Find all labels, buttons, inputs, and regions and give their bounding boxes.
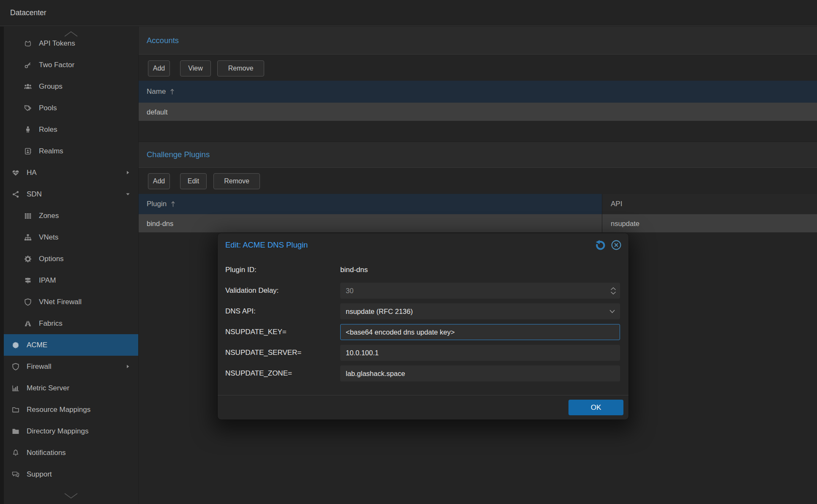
sidebar-item-firewall[interactable]: Firewall <box>4 356 138 377</box>
dialog-body: Plugin ID: bind-dns Validation Delay: 30… <box>218 255 628 381</box>
spinner-up-icon[interactable] <box>610 287 616 290</box>
nsupdate-key-field-wrap <box>340 324 620 340</box>
accounts-row-default[interactable]: default <box>139 103 817 121</box>
sidebar-item-realms[interactable]: Realms <box>4 140 138 162</box>
dns-api-value: nsupdate (RFC 2136) <box>346 308 413 316</box>
plugins-remove-button[interactable]: Remove <box>213 173 260 189</box>
sidebar-item-label: SDN <box>27 190 42 199</box>
close-circle-icon[interactable] <box>610 240 622 251</box>
sidebar-tree: API TokensTwo FactorGroupsPoolsRolesReal… <box>4 33 138 485</box>
nsupdate-server-input[interactable] <box>346 349 615 357</box>
tree-expander[interactable] <box>125 191 131 197</box>
sidebar-item-pools[interactable]: Pools <box>4 97 138 119</box>
plugins-add-button[interactable]: Add <box>148 173 170 189</box>
network-icon <box>11 191 20 198</box>
folder-solid-icon <box>11 428 20 435</box>
sidebar-item-label: Notifications <box>27 449 66 457</box>
expand-arrow-icon <box>125 364 131 369</box>
undo-icon[interactable] <box>594 240 606 251</box>
map-signs-icon <box>24 277 32 284</box>
address-book-icon <box>24 147 32 155</box>
sidebar-item-two-factor[interactable]: Two Factor <box>4 54 138 76</box>
accounts-grid-header: Name <box>139 81 817 103</box>
accounts-remove-button[interactable]: Remove <box>217 60 264 76</box>
sidebar-item-ipam[interactable]: IPAM <box>4 270 138 291</box>
sidebar-item-directory-mappings[interactable]: Directory Mappings <box>4 420 138 442</box>
chevron-down-icon[interactable] <box>609 309 615 313</box>
collapse-arrow-icon <box>125 191 131 197</box>
sort-ascending-icon <box>169 88 175 95</box>
sidebar: API TokensTwo FactorGroupsPoolsRolesReal… <box>4 27 138 504</box>
app-title: Datacenter <box>10 0 46 26</box>
sidebar-item-label: Resource Mappings <box>27 406 90 414</box>
accounts-section-header: Accounts <box>139 27 817 54</box>
gear-icon <box>24 255 32 263</box>
plugins-column-api[interactable]: API <box>602 194 817 214</box>
edit-acme-dns-plugin-dialog: Edit: ACME DNS Plugin Plugin ID: bind-dn… <box>218 233 628 420</box>
nsupdate-key-input[interactable] <box>346 328 615 336</box>
sidebar-item-label: Two Factor <box>39 61 74 69</box>
top-bar: Datacenter <box>0 0 817 26</box>
validation-delay-value: 30 <box>346 287 353 295</box>
sidebar-item-metric-server[interactable]: Metric Server <box>4 377 138 399</box>
sidebar-item-ha[interactable]: HA <box>4 162 138 183</box>
accounts-add-button[interactable]: Add <box>148 60 170 76</box>
sidebar-item-label: HA <box>27 169 37 177</box>
shield-icon <box>24 298 32 306</box>
plugin-api-cell: nsupdate <box>611 219 639 227</box>
sidebar-item-acme[interactable]: ACME <box>4 334 138 356</box>
sidebar-item-label: Options <box>39 255 64 263</box>
sidebar-item-label: IPAM <box>39 276 56 285</box>
sidebar-item-label: VNet Firewall <box>39 298 82 306</box>
sidebar-item-vnet-firewall[interactable]: VNet Firewall <box>4 291 138 313</box>
dns-api-combobox[interactable]: nsupdate (RFC 2136) <box>340 303 620 319</box>
shield-icon <box>11 363 20 371</box>
plugins-title: Challenge Plugins <box>147 150 210 159</box>
sidebar-item-resource-mappings[interactable]: Resource Mappings <box>4 399 138 420</box>
sidebar-item-label: Metric Server <box>27 384 69 392</box>
dialog-header[interactable]: Edit: ACME DNS Plugin <box>218 233 628 255</box>
plugins-row-bind-dns[interactable]: bind-dns nsupdate <box>139 214 817 232</box>
sidebar-item-fabrics[interactable]: Fabrics <box>4 313 138 334</box>
sidebar-item-vnets[interactable]: VNets <box>4 226 138 248</box>
sidebar-item-sdn[interactable]: SDN <box>4 183 138 205</box>
sidebar-item-label: Firewall <box>27 362 52 371</box>
bar-chart-icon <box>11 384 20 392</box>
person-icon <box>24 126 32 133</box>
comments-icon <box>11 471 20 478</box>
dns-api-label: DNS API: <box>225 307 340 316</box>
scroll-down-indicator[interactable] <box>4 488 138 504</box>
sidebar-item-roles[interactable]: Roles <box>4 119 138 140</box>
plugins-edit-button[interactable]: Edit <box>180 173 207 189</box>
sidebar-item-notifications[interactable]: Notifications <box>4 442 138 463</box>
sidebar-item-zones[interactable]: Zones <box>4 205 138 226</box>
plugin-id-label: Plugin ID: <box>225 266 340 274</box>
spinner-down-icon[interactable] <box>610 292 616 294</box>
tree-expander[interactable] <box>125 364 131 369</box>
nsupdate-zone-input[interactable] <box>346 370 615 378</box>
account-name-cell: default <box>147 108 168 116</box>
chevron-up-icon <box>61 30 81 38</box>
heartbeat-icon <box>11 169 20 177</box>
road-icon <box>24 320 32 327</box>
sidebar-item-label: VNets <box>39 233 58 242</box>
tree-expander[interactable] <box>125 170 131 175</box>
sidebar-item-label: Directory Mappings <box>27 427 88 436</box>
sidebar-item-label: Support <box>27 470 52 479</box>
validation-delay-spinner[interactable]: 30 <box>340 283 620 299</box>
api-tokens-icon <box>24 40 32 47</box>
validation-delay-label: Validation Delay: <box>225 286 340 295</box>
ok-button[interactable]: OK <box>568 400 623 415</box>
sidebar-item-groups[interactable]: Groups <box>4 76 138 97</box>
scroll-up-indicator[interactable] <box>4 27 138 41</box>
sidebar-item-options[interactable]: Options <box>4 248 138 270</box>
sidebar-item-label: Realms <box>39 147 63 155</box>
sidebar-item-support[interactable]: Support <box>4 463 138 485</box>
accounts-toolbar: Add View Remove <box>139 55 817 81</box>
bell-icon <box>11 449 20 457</box>
plugins-column-plugin[interactable]: Plugin <box>147 194 176 214</box>
expand-arrow-icon <box>125 170 131 175</box>
column-label: Name <box>147 87 166 96</box>
accounts-view-button[interactable]: View <box>180 60 211 76</box>
accounts-column-name[interactable]: Name <box>147 81 175 103</box>
